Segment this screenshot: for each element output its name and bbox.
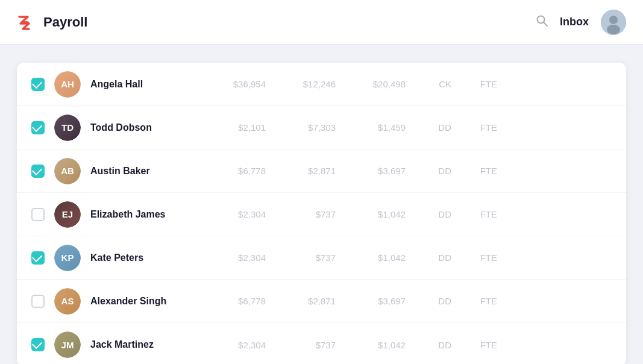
employee-avatar-image: JM [54,331,81,358]
employee-avatar: AH [54,71,81,98]
employee-name: Kate Peters [90,253,196,263]
employee-value-3: $3,697 [345,166,406,176]
svg-point-3 [609,16,618,24]
header-right: Inbox [536,10,626,35]
employee-employment-type: FTE [461,340,497,350]
employee-value-2: $2,871 [275,296,336,306]
employee-avatar-image: KP [54,245,81,271]
employee-value-2: $737 [275,340,336,350]
employee-value-1: $2,304 [205,253,266,263]
app-header: Payroll Inbox [0,0,643,45]
table-row: AH Angela Hall $36,954 $12,246 $20,498 C… [17,63,626,106]
employee-value-1: $2,304 [205,340,266,350]
employee-name: Jack Martinez [90,339,196,350]
main-content: AH Angela Hall $36,954 $12,246 $20,498 C… [0,45,643,364]
user-avatar-image [601,10,626,35]
search-icon[interactable] [536,14,548,30]
employee-value-1: $6,778 [205,296,266,306]
table-row: JM Jack Martinez $2,304 $737 $1,042 DD F… [17,323,626,364]
employee-employment-type: FTE [461,166,497,176]
employee-checkbox[interactable] [31,338,45,351]
employee-name: Austin Baker [90,166,196,177]
employee-avatar-image: EJ [54,201,81,228]
employee-avatar-image: AH [54,71,81,98]
employee-employment-type: FTE [461,253,497,263]
employee-checkbox[interactable] [31,78,45,91]
employee-employment-type: FTE [461,209,497,219]
app-logo-icon [17,12,37,33]
svg-line-1 [544,22,547,26]
employee-value-1: $36,954 [205,79,266,89]
table-row: AS Alexander Singh $6,778 $2,871 $3,697 … [17,280,626,323]
employee-name: Elizabeth James [90,209,196,220]
employee-value-2: $737 [275,209,336,219]
inbox-label[interactable]: Inbox [560,16,589,28]
employee-payment-type: DD [415,253,451,263]
employee-value-3: $20,498 [345,79,406,89]
employee-avatar: KP [54,245,81,271]
employee-value-1: $6,778 [205,166,266,176]
employee-value-2: $12,246 [275,79,336,89]
employee-checkbox[interactable] [31,165,45,178]
employee-employment-type: FTE [461,79,497,89]
employee-value-3: $3,697 [345,296,406,306]
employee-payment-type: DD [415,209,451,219]
table-row: KP Kate Peters $2,304 $737 $1,042 DD FTE [17,236,626,280]
employee-value-3: $1,042 [345,253,406,263]
employee-value-1: $2,304 [205,209,266,219]
employee-employment-type: FTE [461,296,497,306]
employee-name: Angela Hall [90,79,196,90]
employee-name: Alexander Singh [90,296,196,307]
table-row: AB Austin Baker $6,778 $2,871 $3,697 DD … [17,149,626,193]
employee-avatar: JM [54,331,81,358]
employee-value-3: $1,042 [345,340,406,350]
logo-area: Payroll [17,12,87,33]
employee-avatar-image: AB [54,158,81,184]
employee-value-2: $2,871 [275,166,336,176]
employee-value-3: $1,042 [345,209,406,219]
employees-card: AH Angela Hall $36,954 $12,246 $20,498 C… [17,63,626,364]
employee-avatar: TD [54,115,81,141]
employee-employment-type: FTE [461,122,497,133]
employee-payment-type: CK [415,79,451,89]
employee-payment-type: DD [415,340,451,350]
employee-checkbox[interactable] [31,295,45,308]
employee-avatar: EJ [54,201,81,228]
employee-avatar-image: AS [54,288,81,315]
employee-checkbox[interactable] [31,208,45,221]
table-row: EJ Elizabeth James $2,304 $737 $1,042 DD… [17,193,626,236]
user-avatar[interactable] [601,10,626,35]
employee-payment-type: DD [415,166,451,176]
employee-name: Todd Dobson [90,122,196,133]
employee-value-2: $737 [275,253,336,263]
employee-payment-type: DD [415,122,451,133]
employee-avatar-image: TD [54,115,81,141]
employee-checkbox[interactable] [31,121,45,134]
app-title: Payroll [43,14,87,30]
employee-value-1: $2,101 [205,122,266,133]
employee-payment-type: DD [415,296,451,306]
svg-point-4 [607,25,620,34]
employee-value-3: $1,459 [345,122,406,133]
employee-avatar: AS [54,288,81,315]
employee-value-2: $7,303 [275,122,336,133]
employee-avatar: AB [54,158,81,184]
employee-checkbox[interactable] [31,251,45,265]
table-row: TD Todd Dobson $2,101 $7,303 $1,459 DD F… [17,106,626,149]
